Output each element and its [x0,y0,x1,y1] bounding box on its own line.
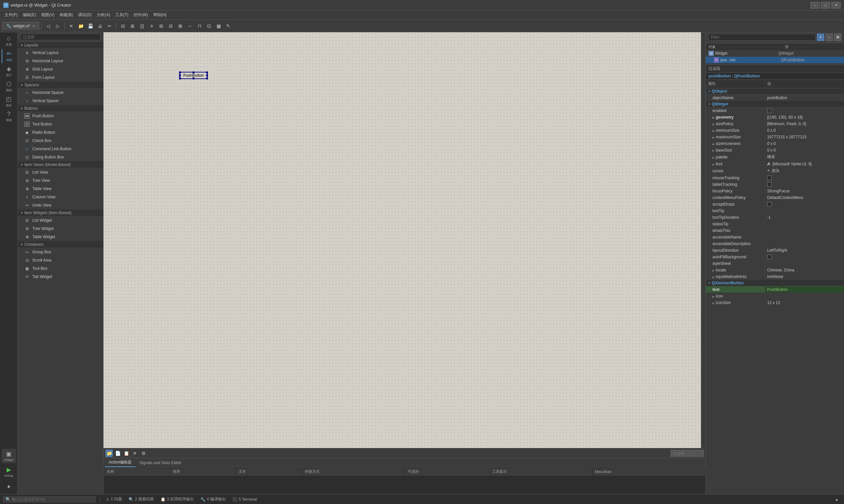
menu-widgets[interactable]: 控件(W) [131,11,150,19]
props-filter-input[interactable] [708,34,816,40]
bottom-filter-input[interactable] [671,450,704,456]
prop-statustip-value[interactable] [765,223,844,224]
section-item-views[interactable]: ▼ Item Views (Model-Based) [18,161,103,168]
prop-iconsize-value[interactable]: 12 x 12 [765,300,844,306]
toolbar-form-btn[interactable]: ⊟ [166,21,175,31]
prop-inputmethodhints-value[interactable]: ImhNone [765,274,844,280]
status-terminal[interactable]: ⬛ 5 Terminal [230,497,259,502]
status-search[interactable]: 🔍 [3,497,96,502]
palette-item-grid-layout[interactable]: ⊞ Grid Layout [18,65,103,73]
palette-item-tool-box[interactable]: ▦ Tool Box [18,265,103,273]
bottom-open-btn[interactable]: 📄 [114,450,121,457]
toolbar-tab-btn[interactable]: ⊓ [195,21,204,31]
obj-item-pushbutton[interactable]: P pus...ton QPushButton [706,57,844,63]
handle-tl[interactable] [179,71,181,73]
canvas-content[interactable]: PushButton [104,32,701,448]
bottom-save-btn[interactable]: 📋 [123,450,130,457]
palette-item-vertical-spacer[interactable]: ↕ Vertical Spacer [18,97,103,105]
activity-welcome[interactable]: ⌂ 欢迎 [2,34,16,48]
tab-action-editor[interactable]: Action编辑器 [105,458,136,467]
palette-item-horizontal-layout[interactable]: ⊟ Horizontal Layout [18,57,103,65]
prop-whatsthis-value[interactable] [765,230,844,231]
toolbar-align-horiz-btn[interactable]: ⊞ [128,21,137,31]
tab-signals-slots[interactable]: Signals and Slots Editor [136,459,185,467]
palette-item-scroll-area[interactable]: ⊡ Scroll Area [18,256,103,265]
toolbar-signals-btn[interactable]: ▦ [214,21,223,31]
prop-locale-value[interactable]: Chinese, China [765,267,844,273]
handle-mr[interactable] [206,74,208,76]
handle-br[interactable] [206,77,208,79]
handle-ml[interactable] [179,74,181,76]
prop-accessiblename-value[interactable] [765,236,844,238]
activity-project[interactable]: ◰ 项目 [2,94,16,109]
prop-enabled-checkbox[interactable]: ✓ [767,108,772,113]
pushbutton-button[interactable]: PushButton [179,72,208,79]
prop-font-value[interactable]: A [Microsoft YaHei UI, 9] [765,161,844,167]
obj-item-widget[interactable]: W Widget QWidget [706,50,844,57]
props-add-btn[interactable]: + [817,34,824,41]
prop-geometry-value[interactable]: [(190, 130), 80 x 18] [765,114,844,120]
palette-item-push-button[interactable]: OK Push Button [18,112,103,120]
toolbar-save-btn[interactable]: 💾 [86,21,95,31]
toolbar-grid-btn[interactable]: ⊞ [157,21,166,31]
palette-item-check-box[interactable]: ☑ Check Box [18,137,103,145]
toolbar-back-btn[interactable]: ◁ [44,21,53,31]
activity-widget[interactable]: ▣ Widget [2,449,16,463]
props-remove-btn[interactable]: − [826,34,833,41]
status-issues[interactable]: ⚠ 1 问题 [104,496,124,503]
section-qwidget[interactable]: ▼ QWidget [706,101,844,107]
toolbar-align-vert-btn[interactable]: ⊟ [118,21,127,31]
palette-item-table-widget[interactable]: ⊞ Table Widget [18,233,103,241]
toolbar-print-btn[interactable]: 🖨 [95,21,104,31]
palette-item-form-layout[interactable]: ☰ Form Layout [18,73,103,82]
status-encoding[interactable]: ▲ [833,497,841,502]
prop-text-value[interactable]: PushButton [765,287,844,292]
prop-autofillbg-checkbox[interactable] [767,255,772,259]
palette-item-list-view[interactable]: ☰ List View [18,168,103,177]
menu-tools[interactable]: 工具(T) [113,11,131,19]
file-tab[interactable]: 🔧 widget.ui* ✕ [2,22,39,30]
activity-debug[interactable]: ⬡ 调试 [2,79,16,93]
prop-maximumsize-value[interactable]: 16777215 x 16777215 [765,134,844,140]
activity-help[interactable]: ? 帮助 [2,109,16,124]
prop-mousetracking-checkbox[interactable] [767,176,772,180]
bottom-settings-btn[interactable]: ⚙ [140,450,147,457]
bottom-delete-btn[interactable]: ✕ [131,450,138,457]
toolbar-open-btn[interactable]: 📁 [76,21,85,31]
toolbar-buddies-btn[interactable]: ⊡ [204,21,214,31]
prop-tablettracking-checkbox[interactable] [767,182,772,187]
toolbar-scissors-btn[interactable]: ✂ [105,21,114,31]
activity-design[interactable]: ◈ 设计 [2,64,16,78]
toolbar-forward-btn[interactable]: ▷ [53,21,62,31]
prop-focuspolicy-value[interactable]: StrongFocus [765,188,844,194]
palette-item-tree-widget[interactable]: ⊟ Tree Widget [18,224,103,233]
minimize-button[interactable]: − [810,2,820,8]
prop-layoutdirection-value[interactable]: LeftToRight [765,247,844,253]
activity-run[interactable]: ▶ Debug [2,465,16,479]
menu-debug[interactable]: 调试(D) [75,11,94,19]
canvas-scrollbar-v[interactable] [701,32,706,448]
palette-item-horizontal-spacer[interactable]: ↔ Horizontal Spacer [18,89,103,97]
palette-item-tab-widget[interactable]: ⊓ Tab Widget [18,273,103,281]
palette-item-undo-view[interactable]: ↩ Undo View [18,201,103,210]
prop-icon-value[interactable] [765,295,844,297]
toolbar-vlayout-btn[interactable]: ≡ [147,21,156,31]
prop-accessibledesc-value[interactable] [765,243,844,245]
menu-help[interactable]: 帮助(H) [151,11,170,19]
toolbar-hlayout-btn[interactable]: ||| [137,21,147,31]
toolbar-new-btn[interactable]: ✕ [67,21,76,31]
palette-item-command-link[interactable]: ▷ Command Link Button [18,145,103,153]
prop-tooltipduration-value[interactable]: -1 [765,214,844,220]
menu-view[interactable]: 视图(V) [38,11,57,19]
status-search-results[interactable]: 🔍 2 搜索结果 [126,496,156,503]
maximize-button[interactable]: □ [821,2,830,8]
palette-item-dialog-button-box[interactable]: ◫ Dialog Button Box [18,153,103,161]
prop-acceptdrops-checkbox[interactable] [767,202,772,206]
prop-minimumsize-value[interactable]: 0 x 0 [765,127,844,133]
prop-objectname-value[interactable]: pushButton [765,95,844,101]
menu-file[interactable]: 文件(F) [2,11,20,19]
file-tab-close[interactable]: ✕ [32,24,35,28]
status-search-input[interactable] [12,497,93,502]
section-layouts[interactable]: ▼ Layouts [18,42,103,49]
close-button[interactable]: ✕ [831,2,841,8]
